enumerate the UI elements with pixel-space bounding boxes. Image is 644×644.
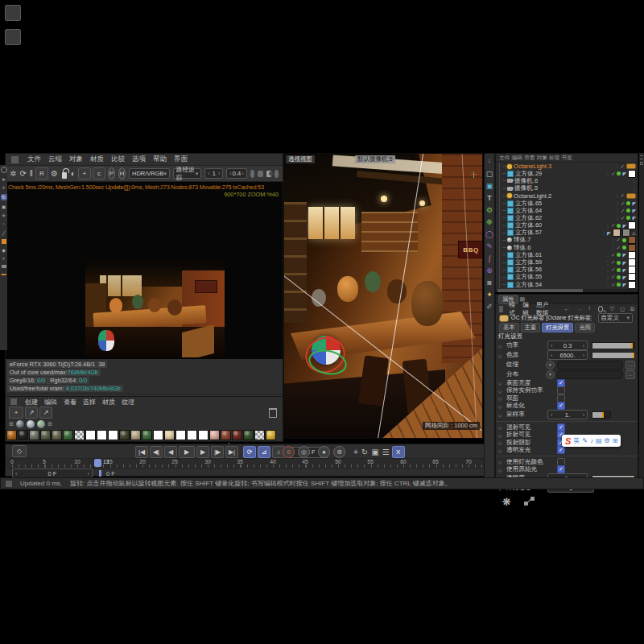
prev-frame-button[interactable]: ◀ [164,446,177,458]
camera-tag[interactable]: 默认摄像机.5 [355,155,395,163]
select-icon[interactable]: ➤ [2,176,6,182]
keyframe-rotation-icon[interactable]: ⊚ [333,446,345,458]
pause-icon[interactable]: ‖ [30,169,33,178]
ramp-button[interactable]: ⊿ [258,446,270,458]
light-tag-icon[interactable] [626,193,636,199]
use-raw-light-checkbox[interactable]: ✓ [557,465,565,473]
square-tool-icon[interactable]: ▢ [485,167,495,180]
move-icon[interactable]: + [353,448,358,456]
material-swatch[interactable] [221,430,231,440]
menu-options[interactable]: 选项 [132,155,146,164]
keyframe-scale-icon[interactable]: ● [318,446,330,458]
mat-menu-material[interactable]: 材质 [102,398,115,407]
material-swatch[interactable] [74,430,85,440]
preset-dropdown[interactable]: 自定义▾ [598,313,633,323]
half-circle-icon[interactable]: ◐ [71,169,76,178]
distribution-browse-button[interactable]: … [625,370,635,379]
array-generator-icon[interactable]: ❉ [485,216,495,228]
double-sided-checkbox[interactable] [557,394,565,402]
material-swatch[interactable] [198,430,208,440]
material-swatch[interactable] [18,430,28,440]
material-swatch[interactable] [40,430,51,440]
clay-button[interactable]: c [93,167,105,180]
menu-objects[interactable]: 对象 [69,155,83,164]
ime-lang-button[interactable]: 英 [573,436,580,445]
add-material-button[interactable]: + [9,407,23,419]
sampling-stepper[interactable]: ‹1.› [547,410,588,419]
camera-tool-icon[interactable]: ◙ [485,276,495,288]
grey-bar-icon[interactable] [258,171,263,177]
sampling-slider[interactable] [592,411,611,419]
tab-light-settings[interactable]: 灯光设置 [542,323,573,332]
material-swatch[interactable] [63,430,73,440]
mat-menu-view[interactable]: 查看 [64,398,76,407]
temperature-stepper[interactable]: ‹6500.› [547,350,588,360]
next-frame-button[interactable]: ▶ [196,446,209,458]
back-arrow-icon[interactable]: ← [564,305,570,312]
material-swatch[interactable] [108,430,118,440]
object-manager-menubar[interactable]: 文件 编辑 查看 对象 标签 书签 [496,154,638,163]
goto-start-button[interactable]: |◀ [135,446,148,458]
model-mode-icon[interactable]: ◆ [2,247,6,253]
perspective-viewport[interactable]: BBQ 透视视图 默认摄像机.5 网格间距 : 1000 cm [283,153,483,439]
transparent-emission-checkbox[interactable]: ✓ [557,446,565,454]
rotate-tool-icon[interactable]: ↻ [1,194,7,200]
distribution-dropdown-icon[interactable]: ▾ [546,370,555,379]
texture-browse-button[interactable]: … [625,361,635,369]
keep-instance-checkbox[interactable] [557,386,565,394]
material-swatch[interactable] [266,430,276,440]
workplane-icon[interactable]: ▬ [2,271,6,276]
lock-icon[interactable] [62,172,67,179]
goto-end-button[interactable]: ▶| [225,446,238,458]
popout-icon[interactable]: ⧉ [630,306,634,312]
auto-key-button[interactable]: X [392,446,405,458]
section-light-settings[interactable]: 灯光设置 [498,332,522,341]
current-frame-marker[interactable] [94,459,101,467]
settings-gear-icon[interactable]: ⚙ [51,169,58,178]
pencil-tool-icon[interactable]: ✐ [485,300,495,312]
text-tool-icon[interactable]: T [485,192,495,204]
tab-basic[interactable]: 基本 [499,323,519,332]
power-stepper[interactable]: ‹0.3› [547,341,588,350]
polygon-mode-icon[interactable] [2,239,6,244]
texture-dropdown-icon[interactable]: ▾ [546,361,555,369]
node-grid-icon[interactable]: ⊞ [47,421,52,427]
power-slider[interactable] [592,342,635,349]
next-key-button[interactable]: |▶ [211,446,224,458]
material-swatch[interactable] [29,430,39,440]
use-light-color-checkbox[interactable] [557,458,565,466]
edge-mode-icon[interactable]: ╱ [2,230,6,236]
samples-stepper[interactable]: ‹1› [204,168,223,179]
material-swatch[interactable] [232,430,242,440]
move-tool-icon[interactable]: + [2,185,5,191]
ime-pen-icon[interactable]: ✎ [582,437,588,444]
kernel-dropdown[interactable]: 路径追踪▾ [173,168,201,179]
mat-menu-texture[interactable]: 纹理 [122,398,134,407]
rotate-icon[interactable]: ↻ [361,448,368,456]
apply-material-icon[interactable]: ↗ [39,407,52,419]
render-circle-icon[interactable] [275,170,279,178]
material-swatch[interactable] [153,430,163,440]
material-swatch[interactable] [6,430,17,440]
texture-field[interactable] [557,361,623,369]
ime-grid-icon[interactable]: ⊞ [613,437,618,444]
preview-sphere-light[interactable] [27,420,35,428]
record-disable-icon[interactable]: ⊘ [283,446,295,458]
pick-material-icon[interactable]: ↗ [25,407,38,419]
material-swatch[interactable] [254,430,265,440]
region-size-stepper[interactable]: ‹0.4› [226,168,246,179]
pick-material-button[interactable]: P [108,167,115,180]
collapsed-panel-2[interactable] [5,29,21,45]
temperature-slider[interactable] [592,352,635,359]
up-arrow-icon[interactable]: ↑ [588,305,591,312]
tab-illumination[interactable]: 光照 [575,323,595,332]
octane-pinwheel-icon[interactable]: ❋ [502,496,511,508]
mat-menu-edit[interactable]: 编辑 [44,398,57,407]
material-swatch[interactable] [142,430,152,440]
material-swatch[interactable] [243,430,254,440]
ime-keyboard-icon[interactable]: ▤ [596,437,602,444]
node-editor-icon[interactable]: ⊞ [9,421,14,427]
light-tool-icon[interactable]: ✦ [485,288,495,300]
mat-menu-select[interactable]: 选择 [83,398,96,407]
keyframe-diamond-button[interactable]: ◇ [12,445,27,457]
